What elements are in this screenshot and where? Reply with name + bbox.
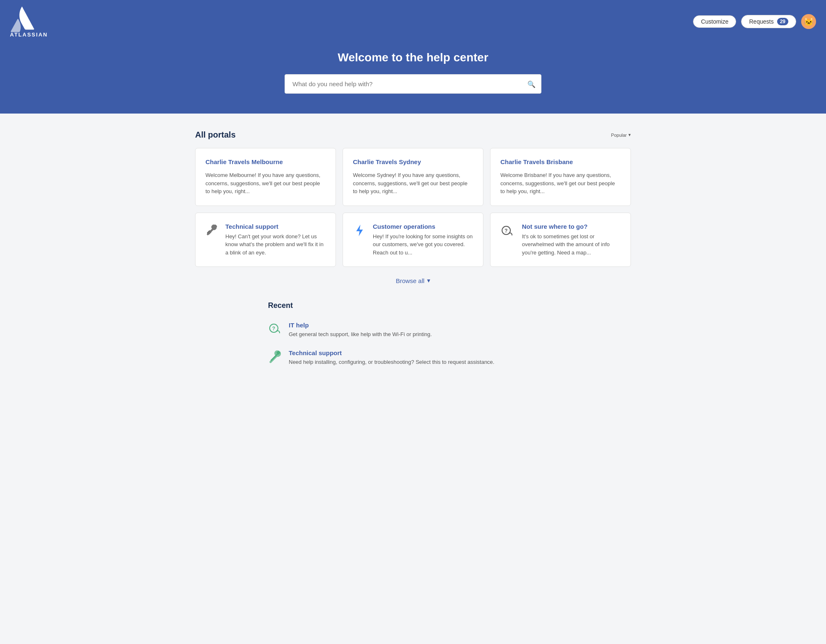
portal-card-customer-ops[interactable]: Customer operations Hey! If you're looki… — [343, 213, 483, 267]
portal-desc: Welcome Brisbane! If you have any questi… — [500, 171, 621, 196]
recent-section: Recent ? IT help Get general tech suppor… — [268, 301, 558, 372]
nav-actions: Customize Requests 29 🐱 — [693, 14, 816, 29]
browse-all-button[interactable]: Browse all ▾ — [396, 277, 430, 284]
portal-card-body: Customer operations Hey! If you're looki… — [373, 223, 473, 257]
hero-content: Welcome to the help center 🔍 — [0, 43, 826, 94]
svg-text:?: ? — [272, 326, 275, 332]
chevron-down-icon: ▾ — [628, 132, 631, 138]
wrench-icon — [205, 224, 219, 240]
recent-section-title: Recent — [268, 301, 558, 310]
search-input[interactable] — [285, 74, 541, 94]
chevron-down-icon: ▾ — [427, 277, 430, 284]
svg-marker-1 — [356, 225, 363, 236]
hero-title: Welcome to the help center — [8, 51, 818, 64]
portal-desc: Welcome Sydney! If you have any question… — [353, 171, 473, 196]
portal-name: Charlie Travels Brisbane — [500, 158, 621, 165]
portal-card-technical-support[interactable]: Technical support Hey! Can't get your wo… — [195, 213, 336, 267]
customize-button[interactable]: Customize — [693, 15, 736, 28]
recent-item-body: IT help Get general tech support, like h… — [289, 322, 432, 339]
portal-desc: Hey! Can't get your work done? Let us kn… — [225, 232, 326, 257]
search-bar-wrapper: 🔍 — [285, 74, 541, 94]
svg-text:?: ? — [505, 228, 507, 234]
sort-label: Popular — [611, 133, 627, 138]
portal-card-body: Not sure where to go? It's ok to sometim… — [522, 223, 621, 257]
portal-name: Technical support — [225, 223, 326, 230]
portal-name: Charlie Travels Sydney — [353, 158, 473, 165]
portal-desc: Welcome Melbourne! If you have any quest… — [205, 171, 326, 196]
portals-section-header: All portals Popular ▾ — [195, 130, 631, 140]
browse-all-row: Browse all ▾ — [195, 277, 631, 285]
it-help-icon: ? — [268, 322, 283, 339]
requests-badge: 29 — [777, 18, 788, 25]
recent-item-name[interactable]: IT help — [289, 322, 432, 329]
browse-all-label: Browse all — [396, 277, 424, 284]
portal-name: Not sure where to go? — [522, 223, 621, 230]
sort-dropdown[interactable]: Popular ▾ — [611, 132, 631, 138]
question-chat-icon: ? — [500, 224, 515, 242]
requests-button[interactable]: Requests 29 — [741, 15, 796, 28]
portals-section-title: All portals — [195, 130, 236, 140]
recent-item-desc: Get general tech support, like help with… — [289, 330, 432, 339]
atlassian-logo-icon — [10, 5, 35, 33]
avatar[interactable]: 🐱 — [801, 14, 816, 29]
portal-card-sydney[interactable]: Charlie Travels Sydney Welcome Sydney! I… — [343, 148, 483, 206]
portals-grid: Charlie Travels Melbourne Welcome Melbou… — [195, 148, 631, 267]
portal-card-body: Technical support Hey! Can't get your wo… — [225, 223, 326, 257]
recent-item-technical-support: Technical support Need help installing, … — [268, 344, 558, 372]
portal-name: Customer operations — [373, 223, 473, 230]
portal-name: Charlie Travels Melbourne — [205, 158, 326, 165]
recent-item-name[interactable]: Technical support — [289, 349, 494, 356]
portal-card-not-sure[interactable]: ? Not sure where to go? It's ok to somet… — [490, 213, 631, 267]
requests-label: Requests — [749, 18, 773, 25]
portal-card-melbourne[interactable]: Charlie Travels Melbourne Welcome Melbou… — [195, 148, 336, 206]
recent-item-it-help: ? IT help Get general tech support, like… — [268, 317, 558, 344]
recent-item-body: Technical support Need help installing, … — [289, 349, 494, 366]
recent-item-desc: Need help installing, configuring, or tr… — [289, 358, 494, 366]
lightning-icon — [353, 224, 366, 240]
top-nav: ATLASSIAN Customize Requests 29 🐱 — [0, 0, 826, 43]
portal-card-brisbane[interactable]: Charlie Travels Brisbane Welcome Brisban… — [490, 148, 631, 206]
logo-area: ATLASSIAN — [10, 5, 48, 38]
main-content: All portals Popular ▾ Charlie Travels Me… — [185, 114, 641, 389]
hero-section: ATLASSIAN Customize Requests 29 🐱 Welcom… — [0, 0, 826, 114]
logo-text: ATLASSIAN — [10, 31, 48, 38]
technical-support-icon — [268, 349, 283, 367]
portal-desc: It's ok to sometimes get lost or overwhe… — [522, 232, 621, 257]
portal-desc: Hey! If you're looking for some insights… — [373, 232, 473, 257]
